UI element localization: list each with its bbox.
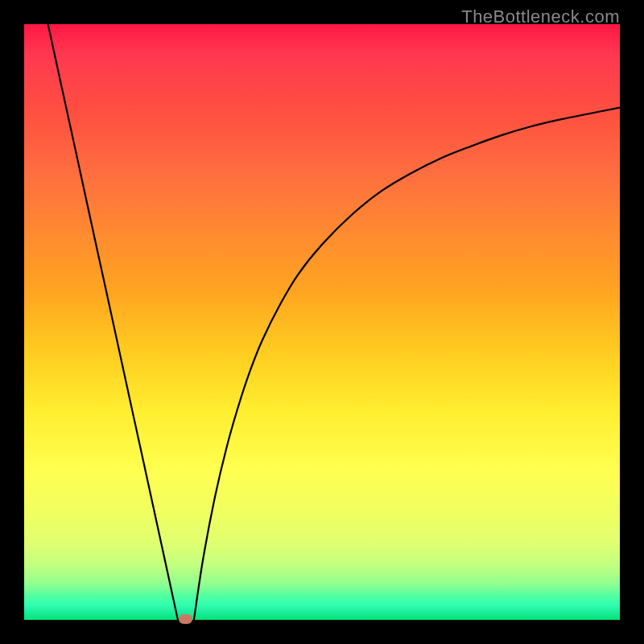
curve-left-branch bbox=[48, 24, 178, 620]
chart-plot-area bbox=[24, 24, 620, 620]
bottleneck-marker bbox=[179, 614, 192, 624]
curve-right-branch bbox=[194, 108, 620, 620]
curve-svg bbox=[24, 24, 620, 620]
